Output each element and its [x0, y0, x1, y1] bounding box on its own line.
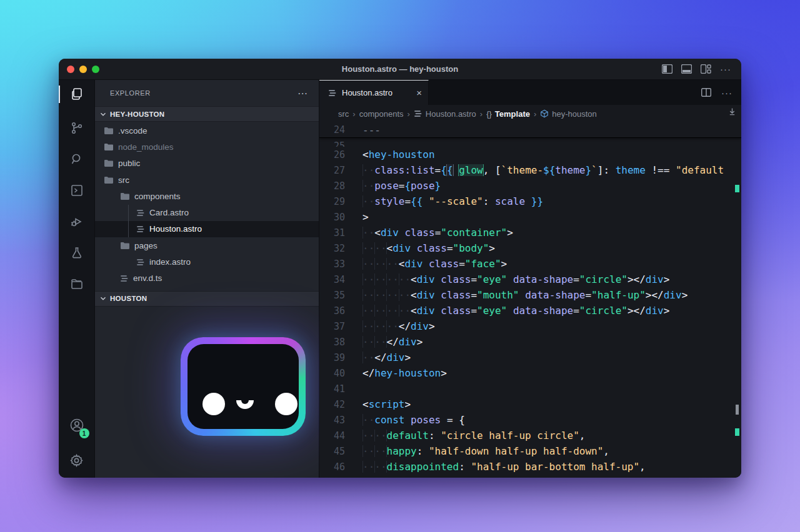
houston-eye-right	[275, 393, 298, 415]
code-line-41[interactable]: 41	[319, 381, 741, 397]
tab-bar: Houston.astro × ···	[319, 80, 741, 105]
code-line-34[interactable]: 34········<div class="eye" data-shape="c…	[319, 272, 741, 287]
tree-item-label: env.d.ts	[133, 273, 162, 283]
split-editor-icon[interactable]	[701, 88, 711, 97]
code-line-38[interactable]: 38····</div>	[319, 334, 741, 350]
tree-item-label: Houston.astro	[149, 224, 202, 234]
code-line-28[interactable]: 28··pose={pose}	[319, 178, 741, 194]
code-line-26[interactable]: 26<hey-houston	[319, 147, 741, 162]
code-line-30[interactable]: 30>	[319, 209, 741, 225]
tree-item-env-d-ts[interactable]: env.d.ts	[95, 270, 319, 287]
code-line-40[interactable]: 40</hey-houston>	[319, 365, 741, 381]
minimize-window-button[interactable]	[79, 66, 87, 73]
houston-robot	[181, 337, 306, 436]
symbol-braces-icon: {}	[486, 109, 492, 119]
file-icon	[136, 259, 145, 266]
line-number: 29	[319, 196, 362, 207]
source-control-icon[interactable]	[59, 112, 95, 144]
code-line-43[interactable]: 43··const poses = {	[319, 412, 741, 428]
code-line-32[interactable]: 32····<div class="body">	[319, 240, 741, 256]
close-window-button[interactable]	[67, 66, 74, 73]
tree-item-components[interactable]: components	[95, 188, 319, 204]
accounts-icon[interactable]: 1	[59, 408, 95, 443]
line-number: 33	[319, 259, 362, 270]
code-line-39[interactable]: 39··</div>	[319, 350, 741, 365]
section-header-hey-houston[interactable]: HEY-HOUSTON	[95, 106, 319, 122]
line-number: 35	[319, 290, 362, 301]
code-line-27[interactable]: 27··class:list={{ glow, [`theme-${theme}…	[319, 162, 741, 178]
beaker-icon[interactable]	[59, 237, 95, 268]
toggle-panel-icon[interactable]	[681, 64, 692, 74]
editor-more-actions-icon[interactable]: ···	[721, 87, 732, 98]
run-and-debug-icon[interactable]	[59, 206, 95, 237]
code-line-31[interactable]: 31··<div class="container">	[319, 225, 741, 240]
tree-item-src[interactable]: src	[95, 172, 319, 188]
breadcrumb-label: Houston.astro	[426, 109, 476, 119]
search-icon[interactable]	[59, 144, 95, 175]
line-content: ··const poses = {	[362, 414, 465, 426]
code-line-35[interactable]: 35········<div class="mouth" data-shape=…	[319, 287, 741, 303]
line-number: 30	[319, 212, 362, 223]
tree-item-public[interactable]: public	[95, 155, 319, 172]
code-line-36[interactable]: 36········<div class="eye" data-shape="c…	[319, 303, 741, 318]
code-line-42[interactable]: 42<script>	[319, 397, 741, 412]
code-line-24[interactable]: 24---	[319, 122, 741, 138]
code-line-45[interactable]: 45····happy: "half-down half-up half-dow…	[319, 443, 741, 459]
tree-item-pages[interactable]: pages	[95, 237, 319, 254]
tree-item-label: pages	[134, 241, 158, 250]
code-line-25[interactable]: 25	[319, 138, 741, 147]
breadcrumb-item-components[interactable]: components	[359, 109, 404, 119]
line-content: ······</div>	[362, 320, 435, 332]
folder-library-icon[interactable]	[59, 268, 95, 300]
line-content: ··</div>	[362, 352, 411, 363]
window-title: Houston.astro — hey-houston	[59, 64, 741, 74]
section-header-houston[interactable]: HOUSTON	[95, 291, 319, 307]
breadcrumb-item-template[interactable]: {}Template	[486, 109, 530, 119]
close-tab-icon[interactable]: ×	[416, 87, 422, 98]
line-content: >	[362, 211, 369, 223]
explorer-more-actions-icon[interactable]: ⋯	[298, 87, 309, 99]
line-content: ······<div class="face">	[362, 258, 507, 270]
houston-mouth	[236, 400, 254, 409]
tab-houston-astro[interactable]: Houston.astro ×	[319, 80, 429, 105]
more-actions-icon[interactable]: ···	[720, 64, 731, 74]
tree-item-label: index.astro	[149, 257, 191, 267]
tree-item--vscode[interactable]: .vscode	[95, 122, 319, 139]
terminal-icon[interactable]	[59, 175, 95, 206]
tree-item-node-modules[interactable]: node_modules	[95, 139, 319, 155]
breadcrumbs: src›components›Houston.astro›{}Template›…	[319, 105, 741, 122]
settings-gear-icon[interactable]	[59, 443, 95, 478]
code-editor[interactable]: 24---2526<hey-houston27··class:list={{ g…	[319, 122, 741, 478]
line-number: 25	[319, 140, 362, 147]
line-content: ---	[362, 124, 381, 136]
breadcrumb-item-houston-astro[interactable]: Houston.astro	[414, 109, 476, 119]
houston-eye-left	[202, 393, 225, 415]
section-label: HEY-HOUSTON	[110, 111, 164, 118]
editor-group: Houston.astro × ··· src›components›Houst…	[319, 80, 741, 478]
breadcrumb-separator: ›	[534, 109, 536, 119]
tree-item-label: .vscode	[118, 126, 148, 135]
code-line-33[interactable]: 33······<div class="face">	[319, 256, 741, 272]
code-line-44[interactable]: 44····default: "circle half-up circle",	[319, 428, 741, 443]
chevron-down-icon	[99, 110, 108, 119]
breadcrumb-item-src[interactable]: src	[338, 109, 349, 119]
toggle-primary-sidebar-icon[interactable]	[662, 64, 672, 74]
astro-file-icon	[414, 110, 422, 117]
line-content: ····happy: "half-down half-up half-down"…	[362, 445, 609, 457]
scroll-indicator-icon	[728, 107, 736, 116]
line-number: 40	[319, 368, 362, 379]
file-icon	[136, 209, 145, 217]
customize-layout-icon[interactable]	[701, 64, 711, 74]
explorer-view-icon[interactable]	[59, 80, 95, 109]
line-number: 37	[319, 321, 362, 332]
line-number: 32	[319, 243, 362, 254]
astro-file-icon	[328, 89, 337, 97]
code-line-46[interactable]: 46····disappointed: "half-up bar-bottom …	[319, 459, 741, 475]
breadcrumb-label: components	[359, 109, 404, 119]
line-number: 27	[319, 165, 362, 176]
tree-item-index-astro[interactable]: index.astro	[95, 254, 319, 270]
code-line-37[interactable]: 37······</div>	[319, 318, 741, 334]
zoom-window-button[interactable]	[92, 66, 99, 73]
code-line-29[interactable]: 29··style={{ "--scale": scale }}	[319, 194, 741, 209]
breadcrumb-item-hey-houston[interactable]: hey-houston	[540, 109, 597, 119]
